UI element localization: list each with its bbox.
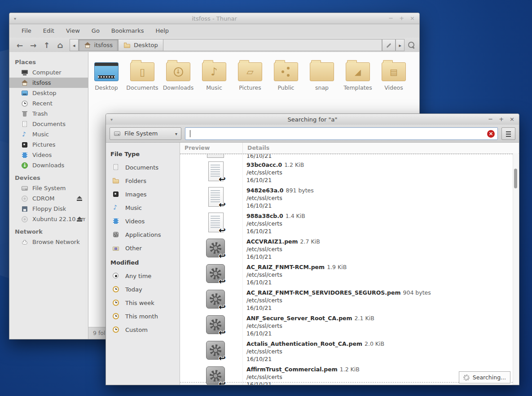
search-result-row[interactable]: 9482e63a.0891 bytes /etc/ssl/certs 16/10… [180, 185, 513, 211]
clear-search-icon[interactable] [487, 130, 495, 138]
search-result-row[interactable]: ACCVRAIZ1.pem2.7 KiB /etc/ssl/certs 16/1… [180, 236, 513, 262]
search-result-row[interactable]: AC_RAIZ_FNMT-RCM.pem1.9 KiB /etc/ssl/cer… [180, 262, 513, 287]
search-result-row[interactable]: AC_RAIZ_FNMT-RCM_SERVIDORES_SEGUROS.pem9… [180, 287, 513, 313]
symlink-emblem-icon [219, 200, 226, 209]
thunar-titlebar[interactable]: itsfoss - Thunar [9, 13, 419, 24]
folder-icon [123, 42, 131, 49]
search-result-row[interactable]: 93bc0acc.01.2 KiB /etc/ssl/certs 16/10/2… [180, 160, 513, 185]
filter-row[interactable]: Other [106, 241, 180, 255]
chevron-down-icon [175, 130, 177, 137]
search-icon[interactable] [408, 41, 416, 49]
symlink-emblem-icon [219, 251, 226, 261]
filter-row[interactable]: Documents [106, 161, 180, 174]
folder-item[interactable]: Pictures [232, 58, 268, 91]
search-input[interactable] [185, 127, 498, 140]
menu-item[interactable]: File [16, 24, 37, 38]
maximize-icon[interactable] [499, 114, 504, 124]
window-menu-icon[interactable] [110, 117, 113, 122]
sidebar-row[interactable]: CDROM [9, 193, 88, 204]
search-window: Searching for "a" File System File Type [106, 113, 519, 385]
close-icon[interactable] [410, 13, 415, 23]
edit-path-button[interactable] [382, 39, 396, 51]
sidebar-row[interactable]: Recent [9, 98, 88, 109]
folder-item[interactable]: snap [304, 58, 340, 91]
file-size: 2.7 KiB [300, 238, 320, 245]
minimize-icon[interactable] [488, 114, 493, 124]
sidebar-row[interactable]: Documents [9, 119, 88, 129]
vertical-scrollbar[interactable] [513, 153, 519, 385]
minimize-icon[interactable] [388, 13, 393, 23]
folder-item[interactable]: Desktop [88, 58, 124, 91]
column-details[interactable]: Details [243, 143, 519, 153]
home-button[interactable] [53, 39, 67, 52]
window-menu-icon[interactable] [14, 16, 16, 21]
hamburger-menu-button[interactable] [501, 127, 515, 140]
filter-row[interactable]: Music [106, 201, 180, 214]
file-icon [206, 161, 225, 181]
search-result-row[interactable]: Actalis_Authentication_Root_CA.pem2.0 Ki… [180, 339, 513, 364]
forward-button[interactable] [26, 39, 40, 52]
column-preview[interactable]: Preview [180, 143, 243, 153]
path-scroll-right-button[interactable] [396, 39, 404, 51]
back-button[interactable] [13, 39, 26, 52]
file-details: 93bc0acc.01.2 KiB /etc/ssl/certs 16/10/2… [246, 161, 304, 184]
file-name-line: AC_RAIZ_FNMT-RCM.pem1.9 KiB [246, 263, 347, 271]
sidebar-item-label: Browse Network [32, 239, 80, 245]
gear-hub-icon [213, 373, 218, 379]
filter-row[interactable]: Folders [106, 174, 180, 187]
file-path: /etc/ssl/certs [246, 169, 304, 176]
close-icon[interactable] [510, 114, 514, 124]
path-bar: itsfoss Desktop [70, 39, 404, 51]
search-result-row[interactable]: 988a38cb.01.4 KiB /etc/ssl/certs 16/10/2… [180, 211, 513, 236]
filter-row[interactable]: Videos [106, 214, 180, 228]
menu-item[interactable]: Edit [37, 24, 60, 38]
file-name: 988a38cb.0 [246, 213, 283, 219]
filter-row[interactable]: Any time [106, 269, 180, 283]
folder-item[interactable]: Videos [376, 58, 412, 91]
folder-item[interactable]: Documents [124, 58, 160, 91]
file-details: ACCVRAIZ1.pem2.7 KiB /etc/ssl/certs 16/1… [246, 238, 320, 261]
filter-row[interactable]: Today [106, 283, 180, 296]
sidebar-row[interactable]: Downloads [9, 160, 88, 170]
sidebar-row[interactable]: Music [9, 129, 88, 139]
sidebar-row[interactable]: Trash [9, 109, 88, 119]
sidebar-row[interactable]: Pictures [9, 139, 88, 150]
sidebar-row[interactable]: File System [9, 183, 88, 193]
filter-row[interactable]: This week [106, 296, 180, 309]
up-button[interactable] [40, 39, 53, 52]
thunar-toolbar: itsfoss Desktop [9, 38, 419, 53]
sidebar-row[interactable]: Computer [9, 67, 88, 78]
path-button-desktop[interactable]: Desktop [118, 39, 163, 51]
sidebar-row[interactable]: Desktop [9, 88, 88, 98]
path-button-itsfoss[interactable]: itsfoss [79, 39, 119, 51]
sidebar-row[interactable]: itsfoss [9, 78, 88, 88]
menu-item[interactable]: Help [149, 24, 175, 38]
sidebar-row[interactable]: Floppy Disk [9, 204, 88, 214]
search-result-row[interactable]: ANF_Secure_Server_Root_CA.pem2.1 KiB /et… [180, 313, 513, 339]
folder-item[interactable]: Music [196, 58, 232, 91]
sidebar-item-label: Documents [32, 121, 66, 127]
filter-row[interactable]: This month [106, 309, 180, 323]
menu-item[interactable]: Go [86, 24, 106, 38]
folder-item[interactable]: Templates [340, 58, 376, 91]
scrollbar-thumb[interactable] [514, 169, 517, 188]
symlink-emblem-icon [219, 174, 226, 184]
sidebar-item-label: Trash [32, 110, 48, 117]
search-filter-panel: File Type Documents Folders Images [106, 143, 180, 385]
folder-item[interactable]: Downloads [160, 58, 196, 91]
maximize-icon[interactable] [399, 13, 404, 23]
folder-item[interactable]: Public [268, 58, 304, 91]
search-titlebar[interactable]: Searching for "a" [106, 114, 519, 125]
filter-row[interactable]: Images [106, 187, 180, 201]
sidebar-row[interactable]: Browse Network [9, 237, 88, 247]
sidebar-row[interactable]: Xubuntu 22.10 am... [9, 214, 88, 224]
menu-item[interactable]: View [60, 24, 86, 38]
menu-item[interactable]: Bookmarks [106, 24, 150, 38]
location-combobox[interactable]: File System [110, 127, 181, 140]
sidebar-item-icon [21, 195, 28, 202]
sidebar-row[interactable]: Videos [9, 150, 88, 160]
path-scroll-left-button[interactable] [70, 39, 79, 51]
filter-row[interactable]: Custom [106, 323, 180, 336]
drive-icon [114, 130, 121, 137]
filter-row[interactable]: Applications [106, 228, 180, 241]
